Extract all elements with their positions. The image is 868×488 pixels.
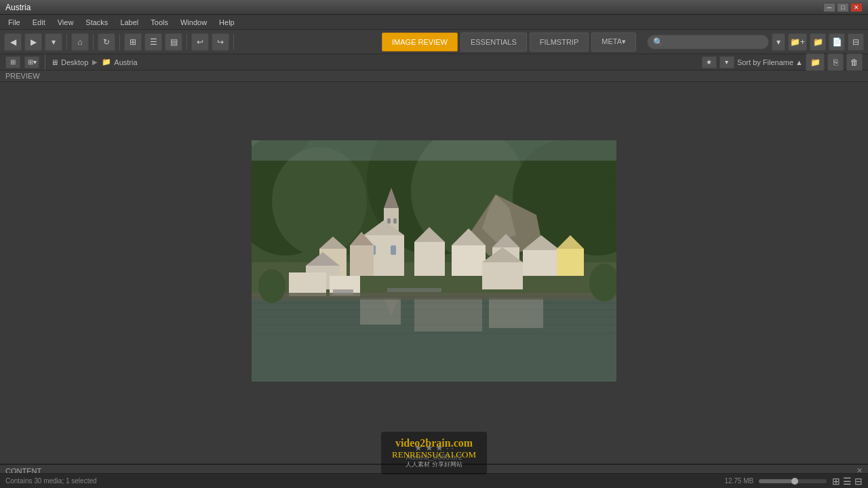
status-size: 12.75 MB	[724, 477, 753, 485]
preview-section: PREVIEW	[0, 70, 868, 464]
separator-3	[119, 34, 120, 50]
zoom-slider[interactable]	[759, 479, 827, 483]
svg-rect-16	[393, 218, 397, 224]
dropdown-button[interactable]: ▾	[45, 33, 62, 51]
minimize-button[interactable]: ─	[823, 3, 835, 12]
menu-edit[interactable]: Edit	[27, 17, 51, 28]
tab-filmstrip[interactable]: FILMSTRIP	[530, 33, 589, 52]
copy-btn[interactable]: ⎘	[827, 54, 844, 71]
preview-area	[0, 82, 868, 440]
tab-image-review[interactable]: IMAGE REVIEW	[382, 33, 458, 52]
window-title: Austria	[5, 3, 31, 12]
svg-rect-50	[489, 298, 543, 328]
new-folder-button[interactable]: 📁+	[788, 33, 807, 51]
image-info: ★ ★ ★ · · Austria_0008.cr2	[0, 440, 868, 464]
menu-view[interactable]: View	[52, 17, 79, 28]
svg-rect-31	[523, 250, 560, 276]
svg-rect-10	[252, 140, 616, 161]
home-button[interactable]: ⌂	[71, 33, 89, 51]
menu-stacks[interactable]: Stacks	[80, 17, 113, 28]
star-filter-dropdown[interactable]: ▾	[719, 56, 734, 68]
view-mode-icons[interactable]: ⊞ ☰ ⊟	[832, 476, 863, 487]
tab-essentials[interactable]: ESSENTIALS	[460, 33, 527, 52]
forward-button[interactable]: ▶	[24, 33, 42, 51]
svg-rect-20	[391, 245, 396, 255]
status-items: Contains 30 media; 1 selected	[5, 477, 97, 485]
breadcrumb-austria[interactable]: 📁 Austria	[102, 58, 137, 66]
folder-button[interactable]: 📁	[810, 33, 826, 51]
refresh-button[interactable]: ↻	[98, 33, 115, 51]
view-grid-button[interactable]: ⊞	[124, 33, 142, 51]
desktop-label: Desktop	[61, 58, 88, 66]
star-rating: ★ ★ ★ · ·	[3, 443, 865, 453]
view-controls: ★ ▾ Sort by Filename ▲ 📁 ⎘ 🗑	[702, 54, 863, 71]
grid-view-button[interactable]: ⊞	[5, 56, 20, 68]
menu-window[interactable]: Window	[175, 17, 212, 28]
svg-rect-37	[482, 262, 523, 289]
undo-button[interactable]: ↩	[191, 33, 209, 51]
maximize-button[interactable]: □	[837, 3, 849, 12]
desktop-icon: 🖥	[51, 58, 58, 66]
menu-file[interactable]: File	[3, 17, 26, 28]
svg-rect-25	[414, 242, 445, 276]
search-options-button[interactable]: ▾	[772, 33, 785, 51]
bc-sep	[45, 54, 45, 70]
redo-button[interactable]: ↪	[212, 33, 229, 51]
menu-bar: File Edit View Stacks Label Tools Window…	[0, 15, 868, 30]
back-button[interactable]: ◀	[4, 33, 22, 51]
menu-label[interactable]: Label	[115, 17, 144, 28]
file-button[interactable]: 📄	[829, 33, 845, 51]
svg-point-7	[272, 147, 367, 256]
title-bar: Austria ─ □ ✕	[0, 0, 868, 15]
view-detail-button[interactable]: ▤	[165, 33, 182, 51]
window-controls: ─ □ ✕	[823, 3, 863, 12]
status-bar: Contains 30 media; 1 selected 12.75 MB ⊞…	[0, 473, 868, 488]
separator-1	[66, 34, 67, 50]
svg-rect-27	[452, 245, 486, 276]
svg-rect-23	[350, 245, 374, 276]
breadcrumb-separator: ▶	[92, 58, 98, 66]
main-preview-image[interactable]	[252, 140, 616, 382]
tab-meta[interactable]: META▾	[591, 33, 636, 52]
delete-btn[interactable]: 🗑	[846, 54, 863, 71]
sort-label[interactable]: Sort by Filename ▲	[737, 58, 803, 66]
star-filter-button[interactable]: ★	[702, 56, 717, 68]
toolbar: ◀ ▶ ▾ ⌂ ↻ ⊞ ☰ ▤ ↩ ↪ IMAGE REVIEW ESSENTI…	[0, 30, 868, 54]
svg-rect-15	[387, 218, 391, 224]
svg-rect-33	[557, 249, 584, 276]
close-button[interactable]: ✕	[850, 3, 863, 12]
search-icon: 🔍	[653, 37, 663, 47]
folder-icon: 📁	[102, 58, 111, 66]
preview-label: PREVIEW	[0, 70, 868, 82]
svg-rect-52	[252, 293, 616, 300]
window-button[interactable]: ⊟	[848, 33, 864, 51]
separator-2	[93, 34, 94, 50]
separator-4	[186, 34, 187, 50]
svg-rect-53	[333, 289, 353, 295]
new-folder-btn-2[interactable]: 📁	[806, 54, 825, 71]
breadcrumb-desktop[interactable]: 🖥 Desktop	[51, 58, 88, 66]
austria-label: Austria	[114, 58, 137, 66]
svg-rect-49	[414, 298, 482, 331]
image-filename: Austria_0008.cr2	[3, 453, 865, 461]
separator-5	[233, 34, 234, 50]
search-box[interactable]: 🔍	[647, 35, 769, 49]
main-content: PREVIEW	[0, 70, 868, 464]
grid-view-button-2[interactable]: ⊞▾	[24, 56, 39, 68]
search-input[interactable]	[663, 38, 758, 46]
menu-tools[interactable]: Tools	[145, 17, 174, 28]
svg-point-55	[258, 269, 285, 303]
breadcrumb-bar: ⊞ ⊞▾ 🖥 Desktop ▶ 📁 Austria ★ ▾ Sort by F…	[0, 54, 868, 70]
svg-rect-54	[387, 288, 441, 292]
menu-help[interactable]: Help	[214, 17, 240, 28]
view-list-button[interactable]: ☰	[144, 33, 162, 51]
